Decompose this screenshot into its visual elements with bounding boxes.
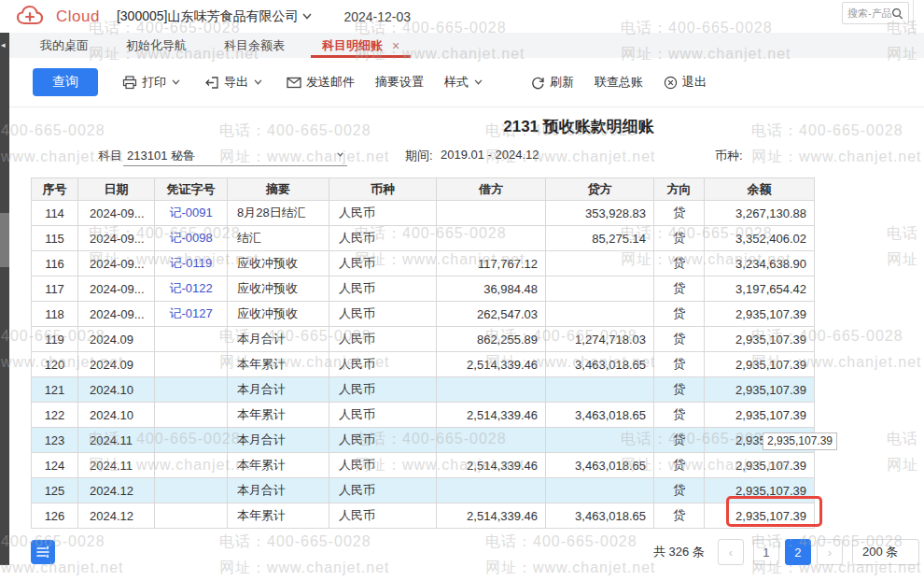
cell-voucher: 记-0091 (155, 201, 228, 226)
balance-tooltip: 2,935,107.39 (763, 432, 837, 450)
cell-no: 125 (32, 478, 78, 503)
style-label: 样式 (444, 74, 469, 91)
cell-dir: 贷 (654, 226, 705, 251)
column-header: 币种 (329, 178, 437, 201)
column-settings-button[interactable] (31, 540, 55, 564)
voucher-link[interactable]: 记-0091 (169, 205, 212, 220)
refresh-button[interactable]: 刷新 (531, 74, 574, 91)
cell-no: 121 (32, 377, 78, 403)
cell-currency: 人民币 (329, 478, 437, 503)
cell-summary: 本月合计 (228, 327, 329, 352)
cell-balance: 2,935,107.39 (705, 403, 815, 428)
cell-balance: 3,234,638.90 (705, 251, 815, 276)
product-search[interactable] (842, 2, 909, 24)
cell-dir: 贷 (654, 403, 705, 428)
exit-icon (664, 76, 678, 90)
cell-voucher (155, 503, 228, 529)
cell-debit: 2,514,339.46 (437, 352, 546, 377)
tab-科目余额表[interactable]: 科目余额表 (218, 33, 290, 58)
cell-debit: 36,984.48 (437, 276, 546, 302)
voucher-link[interactable]: 记-0098 (169, 231, 212, 245)
cell-date: 2024.09 (78, 352, 155, 377)
cell-debit: 2,514,339.46 (437, 503, 546, 529)
search-icon[interactable] (891, 7, 903, 20)
page-size-select[interactable]: 200 条 (852, 539, 919, 565)
cell-date: 2024.11 (78, 453, 155, 478)
table-row[interactable]: 1172024-09...记-0122应收冲预收人民币36,984.48贷3,1… (32, 276, 815, 302)
page-button-2[interactable]: 2 (785, 539, 811, 565)
link-general-ledger-button[interactable]: 联查总账 (595, 74, 643, 91)
cell-dir: 贷 (654, 377, 705, 403)
ledger-table-wrap: 序号日期凭证字号摘要币种借方贷方方向余额 1142024-09...记-0091… (31, 177, 815, 529)
cell-debit (437, 478, 546, 503)
cell-credit (546, 428, 654, 453)
sidebar-scroll-thumb[interactable] (0, 213, 9, 267)
table-row[interactable]: 1212024.10本月合计人民币贷2,935,107.39 (32, 377, 815, 403)
table-row[interactable]: 1262024.12本年累计人民币2,514,339.463,463,018.6… (32, 503, 815, 529)
table-row[interactable]: 1152024-09...记-0098结汇人民币85,275.14贷3,352,… (32, 226, 815, 251)
tab-close-icon[interactable]: × (392, 38, 399, 53)
table-row[interactable]: 1182024-09...记-0127应收冲预收人民币262,547.03贷2,… (32, 302, 815, 327)
summary-settings-button[interactable]: 摘要设置 (375, 74, 424, 91)
voucher-link[interactable]: 记-0127 (169, 306, 212, 320)
voucher-link[interactable]: 记-0122 (169, 281, 212, 295)
subject-select[interactable]: 213101 秘鲁 (123, 144, 347, 166)
table-row[interactable]: 1142024-09...记-00918月28日结汇人民币353,928.83贷… (32, 201, 815, 226)
cell-currency: 人民币 (329, 302, 437, 327)
style-button[interactable]: 样式 (444, 74, 483, 91)
exit-button[interactable]: 退出 (664, 74, 707, 91)
cell-voucher: 记-0119 (155, 251, 228, 276)
prev-page-button[interactable]: ‹ (718, 539, 744, 565)
company-selector[interactable]: [300005]山东味芳食品有限公司 (117, 8, 313, 25)
cell-balance: 2,935,107.39 (705, 503, 815, 529)
tab-初始化导航[interactable]: 初始化导航 (120, 33, 192, 58)
cell-voucher: 记-0127 (155, 302, 228, 327)
table-row[interactable]: 1202024.09本年累计人民币2,514,339.463,463,018.6… (32, 352, 815, 377)
table-row[interactable]: 1232024.11本月合计人民币贷2,935,107.39 (32, 428, 815, 453)
sidebar-collapse-handle-icon[interactable]: ◂ (1, 40, 6, 50)
subject-label: 科目 (98, 148, 122, 164)
search-input[interactable] (843, 7, 891, 19)
cell-dir: 贷 (654, 428, 705, 453)
cell-currency: 人民币 (329, 226, 437, 251)
cell-voucher (155, 352, 228, 377)
table-row[interactable]: 1222024.10本年累计人民币2,514,339.463,463,018.6… (32, 403, 815, 428)
cell-voucher (155, 403, 228, 428)
table-row[interactable]: 1162024-09...记-0119应收冲预收人民币117,767.12贷3,… (32, 251, 815, 276)
left-collapsed-sidebar[interactable]: ◂ (0, 33, 9, 565)
cell-no: 126 (32, 503, 78, 529)
print-button[interactable]: 打印 (122, 74, 180, 91)
exit-label: 退出 (682, 74, 707, 91)
cell-date: 2024-09... (78, 201, 155, 226)
cell-date: 2024.12 (78, 478, 155, 503)
voucher-link[interactable]: 记-0119 (170, 256, 212, 270)
watermark-text: 电话：400-665-0028 (887, 430, 924, 449)
company-name: [300005]山东味芳食品有限公司 (117, 8, 299, 25)
export-button[interactable]: 导出 (204, 74, 262, 91)
cell-summary: 本年累计 (228, 403, 329, 428)
period-value[interactable]: 2019.01 - 2024.12 (441, 148, 539, 162)
query-button[interactable]: 查询 (33, 68, 98, 96)
logo-text: Cloud (56, 7, 100, 26)
table-row[interactable]: 1252024.12本月合计人民币贷2,935,107.39 (32, 478, 815, 503)
cell-debit: 2,514,339.46 (437, 453, 546, 478)
cell-balance: 2,935,107.39 (705, 302, 815, 327)
table-row[interactable]: 1242024.11本年累计人民币2,514,339.463,463,018.6… (32, 453, 815, 478)
app-window: Cloud [300005]山东味芳食品有限公司 2024-12-03 ◂ 我的… (0, 0, 924, 581)
cell-no: 122 (32, 403, 78, 428)
cell-currency: 人民币 (329, 251, 437, 276)
next-page-button[interactable]: › (817, 539, 843, 565)
cell-date: 2024.11 (78, 428, 155, 453)
tab-我的桌面[interactable]: 我的桌面 (35, 33, 94, 58)
pagination: 共 326 条 ‹ 12 › 200 条 (653, 538, 919, 566)
tab-科目明细账[interactable]: 科目明细账× (316, 33, 405, 58)
cell-credit (546, 276, 654, 302)
send-mail-button[interactable]: 发送邮件 (287, 74, 355, 91)
column-header: 凭证字号 (155, 178, 228, 201)
print-label: 打印 (142, 74, 166, 91)
table-row[interactable]: 1192024.09本月合计人民币862,255.891,274,718.03贷… (32, 327, 815, 352)
page-button-1[interactable]: 1 (753, 539, 779, 565)
cell-credit: 3,463,018.65 (546, 503, 654, 529)
topbar-divider (913, 0, 914, 33)
watermark-text: 网址：www.chanjet.net (219, 559, 390, 578)
